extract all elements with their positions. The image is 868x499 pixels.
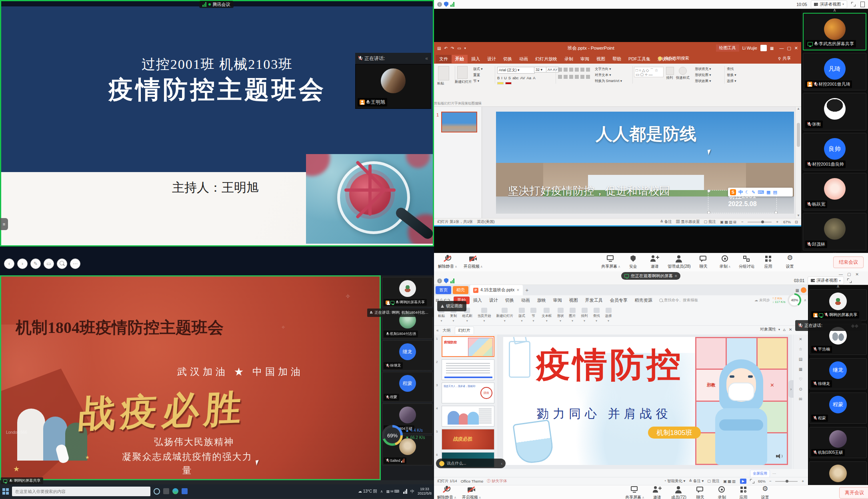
wps-ribbon-tab[interactable]: 插入	[470, 297, 486, 304]
toolbar-button[interactable]: 管理成员(28)∧	[668, 255, 691, 269]
tl-speaker-video-tile[interactable]: 王明旭	[355, 64, 431, 109]
ppt-ribbon-tab[interactable]: 插入	[468, 55, 484, 63]
grid-icon[interactable]: ▤	[773, 190, 777, 195]
minimize-button[interactable]: —	[839, 272, 843, 277]
new-slide-label[interactable]: 新建幻灯片	[455, 80, 471, 84]
keyboard-icon[interactable]: ⌨	[758, 190, 764, 195]
prev-slide-button[interactable]: ‹	[4, 259, 14, 269]
pill-menu-icon[interactable]: ≡	[675, 274, 677, 278]
ppt-ribbon-tab[interactable]: 审阅	[577, 55, 593, 63]
help-icon[interactable]: ⊙	[793, 387, 808, 391]
participant-tile[interactable]: 李武杰的屏幕共享	[803, 13, 866, 50]
whiteboard-button[interactable]: ▭	[44, 259, 54, 269]
font-style-button[interactable]: AV	[520, 76, 525, 80]
participant-tile[interactable]: 啊咧的屏幕共享	[809, 289, 867, 321]
tray-icons[interactable]: ▦✉⌨	[386, 489, 400, 493]
app-icon[interactable]	[182, 488, 188, 494]
more-icon[interactable]: ⋯	[772, 471, 776, 476]
close-button[interactable]: ✕	[794, 46, 798, 51]
close-strip-icon[interactable]: ✕	[793, 337, 808, 341]
zoom-out-button[interactable]: −	[769, 479, 772, 483]
magnifier-button[interactable]	[57, 259, 67, 269]
replace-label[interactable]: 替换 ▾	[727, 73, 736, 78]
shape-effects-label[interactable]: 形状效果 ▾	[695, 79, 711, 84]
font-grow-shrink[interactable]: A˄ A˅	[546, 67, 559, 72]
zoom-level[interactable]: 66%	[758, 479, 766, 483]
wps-home-tab[interactable]: 首页	[436, 286, 451, 294]
ppt-ribbon-tab[interactable]: 帮助	[609, 55, 625, 63]
shape-fill-label[interactable]: 形状填充 ▾	[695, 67, 711, 72]
minimize-button[interactable]: —	[779, 46, 784, 50]
ppt-slide-panel[interactable]: 1	[434, 107, 482, 218]
toolbox-icon[interactable]: ▦	[766, 190, 770, 195]
share-button[interactable]: ⚲ 共享	[778, 56, 791, 61]
toolbar-button[interactable]: 解除静音∧	[438, 255, 457, 269]
apps-grid-icon[interactable]: ▦	[796, 288, 799, 293]
zoom-in-button[interactable]: ＋	[801, 479, 805, 484]
watching-screen-pill[interactable]: 您正在观看啊咧的屏幕 ≡	[621, 272, 680, 280]
wps-tool-button[interactable]: 形状▾	[557, 308, 564, 323]
sidebar-collapse-up-icon[interactable]: ∧	[808, 285, 868, 289]
toolbar-button[interactable]: 设置∧	[756, 486, 774, 499]
view-buttons[interactable]: ▣▦▥⊟	[720, 220, 737, 224]
fit-slide-icon[interactable]: ⊡	[795, 220, 798, 224]
comments-button[interactable]: ▢ 批注	[704, 219, 716, 224]
participant-tile[interactable]: 机制1805王硕	[809, 427, 867, 458]
participant-tile[interactable]: 程蒙 程蒙	[809, 393, 867, 424]
wps-ribbon-tab[interactable]: 会员专享	[606, 297, 631, 304]
collapse-icon[interactable]: «	[425, 56, 428, 61]
wps-ribbon-tab[interactable]: 视图	[566, 297, 582, 304]
shapes-gallery[interactable]: □○△◇⌒☆ ▭⬠✧—	[634, 67, 664, 77]
wps-document-tab[interactable]: P 4.15主题班会.pptx ✕	[470, 285, 523, 295]
taskbar-search-input[interactable]	[12, 487, 150, 496]
wps-tool-button[interactable]: 节▾	[530, 308, 536, 323]
ribbon-options-icon[interactable]: ▦	[770, 46, 774, 50]
edge-icon[interactable]	[172, 488, 178, 494]
thumbnail-5[interactable]: 战疫必胜	[442, 429, 494, 450]
paste-label[interactable]: 粘贴	[437, 81, 444, 86]
wifi-icon[interactable]	[403, 489, 407, 494]
wps-tool-button[interactable]: 文本框▾	[542, 308, 552, 323]
toolbar-button[interactable]: 分组讨论∧	[738, 255, 756, 269]
font-color-icon[interactable]	[505, 82, 512, 84]
bullet-list-icons[interactable]	[558, 68, 592, 72]
ppt-slide-canvas[interactable]: 人人都是防线 坚决打好疫情防控，促进和谐校园 材控2001 2022.5.08	[496, 112, 794, 214]
quickaccess-caret-icon[interactable]: ▾	[464, 46, 466, 50]
wps-docer-tab[interactable]: 稻壳	[453, 286, 468, 294]
wps-ribbon-tab[interactable]: 开发工具	[582, 297, 606, 304]
reset-label[interactable]: 重置	[473, 73, 480, 78]
toolbar-button[interactable]: 成员(72)∧	[670, 486, 688, 499]
layout-label[interactable]: 版式 ▾	[473, 67, 483, 72]
end-meeting-button[interactable]: 结束会议	[833, 257, 864, 268]
toolbar-button[interactable]: 聊天∧	[695, 255, 712, 269]
pen-icon[interactable]: ✎	[752, 190, 755, 195]
restore-button[interactable]: ▢	[787, 46, 791, 51]
ppt-ribbon-tab[interactable]: 切换	[500, 55, 516, 63]
undo-icon[interactable]: ↶	[444, 46, 447, 50]
participant-tile[interactable]: 杨跃宽	[803, 173, 866, 210]
participant-tile[interactable]: 凡琦 材控2001曾凡琦	[803, 53, 866, 90]
emoji-icon[interactable]	[439, 461, 444, 466]
wps-tool-button[interactable]: 排列▾	[581, 308, 588, 323]
language-label[interactable]: 英语(美国)	[477, 219, 494, 224]
participant-tile[interactable]: 啊咧的屏幕共享	[382, 277, 433, 307]
wps-tool-button[interactable]: 版式▾	[518, 308, 525, 323]
align-text-label[interactable]: 对齐文本 ▾	[595, 73, 611, 78]
slides-tab[interactable]: 幻灯片	[455, 327, 474, 334]
toolbar-button[interactable]: 开启视频∧	[464, 255, 483, 269]
taskbar-clock[interactable]: 19:332022/5/8	[418, 487, 432, 496]
participant-tile[interactable]: 程蒙 程蒙	[382, 372, 433, 402]
new-slide-icon[interactable]	[457, 66, 468, 79]
scrollbar[interactable]: ▲▼	[795, 107, 801, 218]
style-icon[interactable]: ☆	[793, 347, 808, 351]
text-direction-label[interactable]: 文字方向 ▾	[595, 67, 611, 72]
ppt-ribbon-tab[interactable]: 视图	[593, 55, 609, 63]
windows-start-icon[interactable]	[2, 488, 9, 495]
play-button[interactable]: ▶	[740, 479, 746, 484]
thumbnail-1[interactable]: 疫情防控	[442, 336, 494, 357]
toolbar-button[interactable]: 设置∧	[781, 255, 799, 269]
wps-tool-button[interactable]: 图片▾	[569, 308, 576, 323]
missing-font-warning[interactable]: Ⓣ 缺失字体	[487, 479, 507, 484]
wps-ribbon-tab[interactable]: 稻壳资源	[631, 297, 656, 304]
bl-share-mini-pill[interactable]: 啊咧的屏幕共享	[1, 477, 43, 484]
